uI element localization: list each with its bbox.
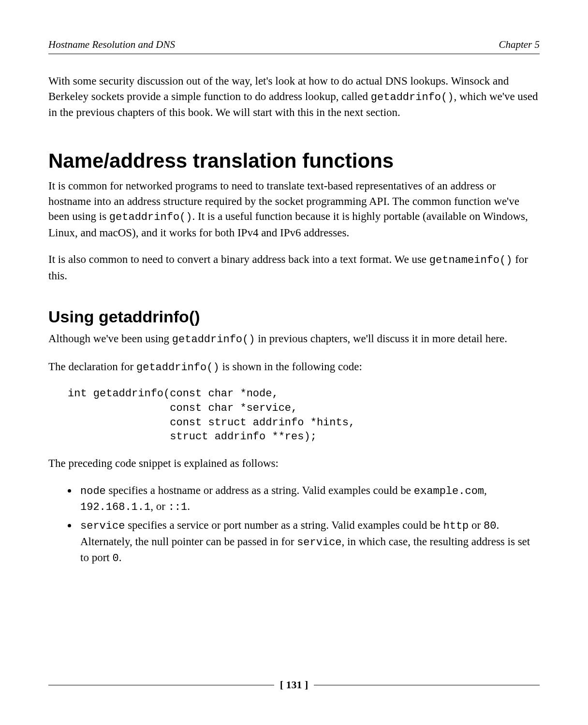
code-inline: getaddrinfo()	[136, 362, 220, 374]
text: It is also common to need to convert a b…	[48, 253, 429, 265]
subsection-paragraph-3: The preceding code snippet is explained …	[48, 456, 540, 471]
header-right: Chapter 5	[499, 39, 540, 51]
code-inline: 80	[484, 520, 496, 532]
section-paragraph-1: It is common for networked programs to n…	[48, 178, 540, 241]
code-inline: 192.168.1.1	[80, 501, 150, 513]
text: .	[119, 551, 122, 564]
text: in previous chapters, we'll discuss it i…	[255, 333, 507, 345]
code-inline: getnameinfo()	[429, 254, 513, 266]
list-item: node specifies a hostname or address as …	[77, 483, 540, 515]
running-header: Hostname Resolution and DNS Chapter 5	[48, 39, 540, 54]
code-block: int getaddrinfo(const char *node, const …	[68, 387, 540, 444]
code-inline: 0	[112, 552, 118, 565]
code-inline: service	[80, 520, 125, 532]
page-footer: [ 131 ]	[48, 679, 540, 691]
code-inline: http	[443, 520, 469, 532]
text: ,	[484, 484, 487, 496]
text: .	[187, 500, 190, 512]
subsection-paragraph-2: The declaration for getaddrinfo() is sho…	[48, 359, 540, 375]
text: Although we've been using	[48, 333, 172, 345]
text: , or	[150, 500, 168, 512]
intro-paragraph: With some security discussion out of the…	[48, 73, 540, 120]
list-item: service specifies a service or port numb…	[77, 518, 540, 566]
code-inline: service	[297, 536, 341, 549]
section-paragraph-2: It is also common to need to convert a b…	[48, 252, 540, 283]
page: Hostname Resolution and DNS Chapter 5 Wi…	[0, 0, 588, 725]
page-number: [ 131 ]	[280, 679, 309, 691]
text: specifies a hostname or address as a str…	[106, 484, 414, 496]
code-inline: getaddrinfo()	[109, 211, 192, 223]
text: specifies a service or port number as a …	[125, 519, 443, 531]
footer-rule-left	[48, 685, 274, 685]
code-inline: getaddrinfo()	[371, 91, 454, 103]
header-left: Hostname Resolution and DNS	[48, 39, 175, 51]
subsection-heading: Using getaddrinfo()	[48, 307, 540, 326]
subsection-paragraph-1: Although we've been using getaddrinfo() …	[48, 331, 540, 347]
section-heading: Name/address translation functions	[48, 149, 540, 173]
footer-rule-right	[314, 685, 540, 685]
code-inline: example.com	[414, 485, 484, 497]
code-inline: node	[80, 485, 106, 497]
text: is shown in the following code:	[220, 361, 362, 373]
bullet-list: node specifies a hostname or address as …	[77, 483, 540, 566]
code-inline: getaddrinfo()	[172, 334, 255, 346]
code-inline: ::1	[168, 501, 188, 513]
text: The declaration for	[48, 361, 136, 373]
text: or	[469, 519, 484, 531]
